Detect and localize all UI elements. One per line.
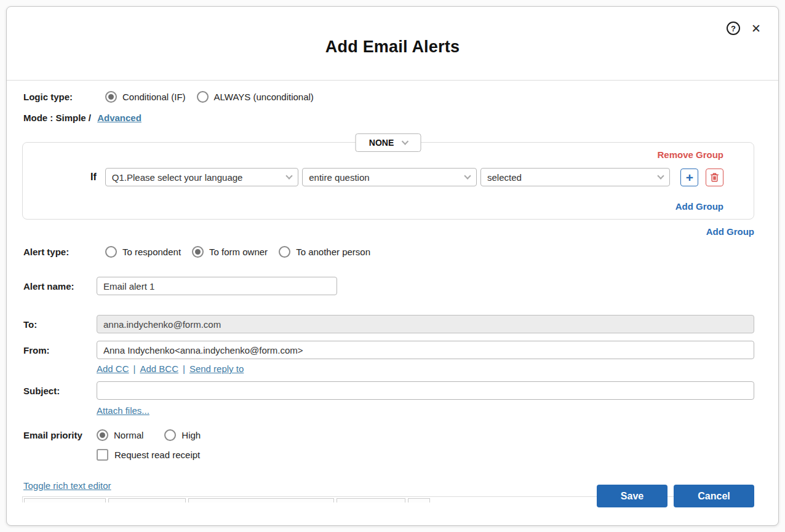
radio-icon [105,246,117,258]
condition-group-box: NONE Remove Group If Q1.Please select yo… [22,142,754,220]
mode-label: Mode : Simple / [23,113,91,123]
header-divider [7,80,778,81]
plus-icon: + [686,171,693,184]
read-receipt-row[interactable]: Request read receipt [97,449,754,461]
page-title: Add Email Alerts [7,7,778,57]
add-email-alerts-dialog: ? ✕ Add Email Alerts Logic type: Conditi… [6,6,779,526]
add-bcc-link[interactable]: Add BCC [140,363,178,374]
condition-operator-select[interactable]: selected [480,168,671,186]
read-receipt-checkbox[interactable] [97,449,108,461]
link-separator: | [133,363,136,374]
alert-name-row: Alert name: [23,277,754,295]
add-condition-button[interactable]: + [680,169,698,186]
chevron-down-icon [464,172,471,179]
radio-icon [192,246,204,258]
priority-normal-radio[interactable]: Normal [97,429,143,441]
from-input[interactable] [97,341,754,359]
alert-type-row: Alert type: To respondent To form owner … [23,246,754,258]
alert-name-input[interactable] [97,277,337,295]
mode-row: Mode : Simple / Advanced [23,113,754,123]
alert-name-label: Alert name: [23,281,97,292]
toolbar-dropdown[interactable] [337,498,405,502]
email-priority-label: Email priority [23,430,97,440]
radio-icon [279,246,290,258]
to-label: To: [23,319,97,330]
chevron-down-icon [658,172,664,179]
remove-group-link[interactable]: Remove Group [657,149,723,160]
to-row: To: [23,315,754,333]
toolbar-dropdown[interactable] [108,498,186,502]
add-group-link[interactable]: Add Group [675,201,723,212]
logic-type-row: Logic type: Conditional (IF) ALWAYS (unc… [23,91,754,103]
chevron-down-icon [402,138,408,145]
subject-input[interactable] [97,381,754,400]
if-label: If [90,172,97,183]
radio-icon [197,91,209,103]
toolbar-dropdown[interactable] [24,498,106,502]
from-row: From: [23,341,754,359]
cancel-button[interactable]: Cancel [674,485,754,507]
toggle-rich-text-editor-link[interactable]: Toggle rich text editor [23,480,111,491]
close-icon[interactable]: ✕ [751,23,761,34]
delete-condition-button[interactable] [706,169,723,186]
subject-row: Subject: [23,381,754,400]
alert-type-another-person-radio[interactable]: To another person [279,246,370,258]
alert-type-label: Alert type: [23,247,97,257]
email-priority-row: Email priority Normal High [23,429,754,441]
radio-icon [164,429,176,441]
group-operator-select[interactable]: NONE [356,133,421,152]
send-reply-to-link[interactable]: Send reply to [189,363,244,374]
toolbar-dropdown[interactable] [408,498,430,502]
to-input [97,315,754,333]
priority-high-radio[interactable]: High [164,429,201,441]
condition-row: If Q1.Please select your language entire… [90,168,723,186]
add-group-outer-link[interactable]: Add Group [706,226,754,237]
logic-always-radio[interactable]: ALWAYS (unconditional) [197,91,314,103]
logic-type-label: Logic type: [23,92,97,102]
attach-files-link[interactable]: Attach files... [97,405,149,416]
add-cc-link[interactable]: Add CC [97,363,129,374]
trash-icon [709,172,720,183]
subject-label: Subject: [23,386,97,396]
toolbar-dropdown[interactable] [188,498,334,502]
chevron-down-icon [286,172,293,179]
alert-type-respondent-radio[interactable]: To respondent [105,246,181,258]
radio-icon [105,91,117,103]
help-icon[interactable]: ? [727,22,740,35]
dialog-footer: Save Cancel [597,485,754,507]
advanced-mode-link[interactable]: Advanced [97,113,141,123]
question-select[interactable]: Q1.Please select your language [105,168,298,186]
radio-icon [97,429,108,441]
recipient-links-row: Add CC | Add BCC | Send reply to [97,363,754,374]
save-button[interactable]: Save [597,485,667,507]
logic-conditional-radio[interactable]: Conditional (IF) [105,91,186,103]
alert-type-form-owner-radio[interactable]: To form owner [192,246,268,258]
question-scope-select[interactable]: entire question [302,168,477,186]
link-separator: | [183,363,185,374]
from-label: From: [23,345,97,355]
